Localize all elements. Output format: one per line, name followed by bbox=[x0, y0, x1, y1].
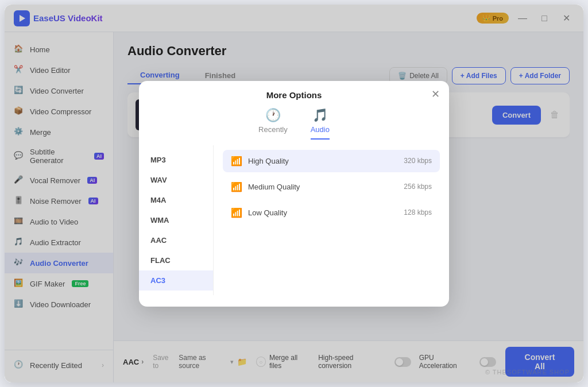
quality-low[interactable]: 📶 Low Quality 128 kbps bbox=[223, 202, 440, 224]
format-mp3[interactable]: MP3 bbox=[139, 150, 213, 170]
audio-tab-icon: 🎵 bbox=[312, 108, 328, 123]
more-options-modal: More Options ✕ 🕐 Recently 🎵 Audio MP3 WA… bbox=[139, 81, 449, 307]
modal-overlay: More Options ✕ 🕐 Recently 🎵 Audio MP3 WA… bbox=[5, 5, 583, 382]
tab-audio[interactable]: 🎵 Audio bbox=[311, 108, 330, 140]
quality-high-icon: 📶 bbox=[231, 156, 242, 167]
quality-high[interactable]: 📶 High Quality 320 kbps bbox=[223, 150, 440, 172]
quality-medium-icon: 📶 bbox=[231, 181, 242, 192]
format-m4a[interactable]: M4A bbox=[139, 190, 213, 210]
quality-medium-kbps: 256 kbps bbox=[404, 183, 432, 191]
format-ac3[interactable]: AC3 bbox=[139, 270, 213, 291]
format-wav[interactable]: WAV bbox=[139, 170, 213, 190]
format-list: MP3 WAV M4A WMA AAC FLAC AC3 bbox=[139, 145, 214, 295]
modal-tabs: 🕐 Recently 🎵 Audio bbox=[139, 100, 449, 140]
format-wma[interactable]: WMA bbox=[139, 210, 213, 230]
format-flac[interactable]: FLAC bbox=[139, 250, 213, 270]
quality-low-kbps: 128 kbps bbox=[404, 208, 432, 216]
quality-list: 📶 High Quality 320 kbps 📶 Medium Quality… bbox=[214, 145, 449, 295]
modal-header: More Options ✕ bbox=[139, 81, 449, 100]
format-aac[interactable]: AAC bbox=[139, 230, 213, 250]
quality-high-label: High Quality bbox=[248, 157, 398, 165]
modal-body: MP3 WAV M4A WMA AAC FLAC AC3 📶 High Qual… bbox=[139, 140, 449, 307]
modal-close-button[interactable]: ✕ bbox=[431, 89, 440, 99]
tab-recently[interactable]: 🕐 Recently bbox=[258, 108, 288, 140]
modal-title: More Options bbox=[266, 90, 322, 100]
tab-audio-label: Audio bbox=[311, 125, 330, 134]
quality-medium[interactable]: 📶 Medium Quality 256 kbps bbox=[223, 176, 440, 198]
tab-recently-label: Recently bbox=[258, 125, 288, 134]
quality-high-kbps: 320 kbps bbox=[404, 157, 432, 165]
quality-low-label: Low Quality bbox=[248, 208, 398, 217]
quality-medium-label: Medium Quality bbox=[248, 183, 398, 191]
clock-icon: 🕐 bbox=[265, 108, 281, 123]
quality-low-icon: 📶 bbox=[231, 207, 242, 218]
